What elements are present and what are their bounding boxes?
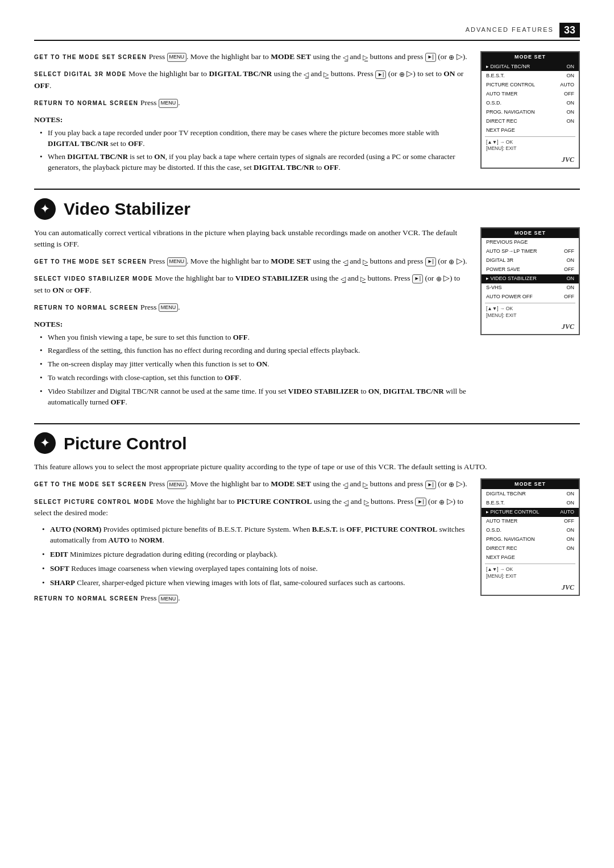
- vs-return-icon: MENU: [159, 303, 179, 312]
- vs-screen: MODE SET PREVIOUS PAGE AUTO SP→LP TIMER …: [480, 227, 580, 336]
- pc-get-mode-label: GET TO THE MODE SET SCREEN: [34, 481, 147, 487]
- picture-control-section-header: ✦ Picture Control: [34, 423, 580, 456]
- page-header: ADVANCED FEATURES 33: [34, 23, 580, 41]
- vs-footer-exit: [MENU]: EXIT: [486, 312, 574, 319]
- pc-intro: This feature allows you to select the mo…: [34, 461, 580, 473]
- select-digital-para: SELECT DIGITAL 3R MODE Move the highligh…: [34, 68, 470, 91]
- vs-right-icon: ▷̲: [363, 257, 368, 267]
- section-label: ADVANCED FEATURES: [466, 26, 554, 35]
- pc-footer-ok: [▲▼] → OK: [486, 566, 574, 573]
- pc-left-icon: ◁̲: [343, 479, 348, 490]
- vs-screen-brand: JVC: [482, 321, 579, 334]
- footer-ok: [▲▼] → OK: [486, 139, 574, 146]
- vs-note1: When you finish viewing a tape, be sure …: [40, 332, 470, 343]
- sel-nav: ⊕: [399, 69, 405, 80]
- vs-row-videostab: ▸ VIDEO STABILIZER ON: [482, 274, 579, 283]
- get-to-mode-para: GET TO THE MODE SET SCREEN Press MENU. M…: [34, 51, 470, 62]
- vs-nav-d: ▷).: [454, 257, 467, 265]
- pc-row-nextpage: NEXT PAGE: [482, 553, 579, 562]
- pc-modes-list: AUTO (NORM) Provides optimised picture b…: [34, 524, 470, 588]
- pc-return-period: .: [178, 594, 180, 602]
- star-icon-vs: ✦: [34, 198, 56, 220]
- pc-mode-edit: EDIT Minimizes picture degradation durin…: [42, 549, 470, 560]
- pc-text3: buttons and press: [368, 479, 425, 488]
- pc-or1: (or: [436, 479, 449, 488]
- video-stabilizer-content: You can automatically correct vertical v…: [34, 227, 580, 411]
- screen-brand-jvc: JVC: [482, 154, 579, 167]
- vs-and1: and: [348, 257, 363, 265]
- pc-screen: MODE SET DIGITAL TBC/NR ON B.E.S.T. ON ▸…: [480, 478, 580, 596]
- vs-menu-btn: MENU: [167, 257, 187, 266]
- select-text: Move the highlight bar to DIGITAL TBC/NR…: [128, 69, 304, 78]
- pc-return-text: Press: [140, 594, 159, 602]
- pc-sel-enter: ►|: [415, 498, 426, 507]
- vs-left-icon: ◁̲: [343, 257, 348, 267]
- vs-note3: The on-screen display may jitter vertica…: [40, 359, 470, 370]
- vs-or: (or: [436, 257, 449, 265]
- vs-screen-divider: [485, 303, 575, 303]
- select-label: SELECT DIGITAL 3R MODE: [34, 71, 127, 77]
- screen-row-autotimer: AUTO TIMER OFF: [482, 89, 579, 98]
- vs-row-prevpage: PREVIOUS PAGE: [482, 238, 579, 247]
- nav-icon: ⊕: [449, 52, 454, 62]
- vs-intro: You can automatically correct vertical v…: [34, 227, 470, 251]
- return-label: RETURN TO NORMAL SCREEN: [34, 100, 139, 106]
- note-item: If you play back a tape recorded under p…: [40, 128, 470, 149]
- pc-sel-right: ▷̲: [364, 497, 369, 507]
- vs-sel-text2: buttons. Press: [366, 274, 412, 282]
- vs-screen-title: MODE SET: [482, 228, 579, 238]
- pc-select-para: SELECT PICTURE CONTROL MODE Move the hig…: [34, 496, 470, 519]
- vs-sel-text: Move the highlight bar to VIDEO STABILIZ…: [155, 274, 340, 282]
- vs-note5: Video Stabilizer and Digital TBC/NR cann…: [40, 386, 470, 408]
- vs-get-mode-para: GET TO THE MODE SET SCREEN Press MENU. M…: [34, 256, 470, 267]
- screen-footer: [▲▼] → OK [MENU]: EXIT: [482, 138, 579, 155]
- pc-enter: ►|: [425, 481, 436, 490]
- vs-return-label: RETURN TO NORMAL SCREEN: [34, 304, 139, 311]
- screen-title: MODE SET: [482, 52, 579, 62]
- vs-select-label: SELECT VIDEO STABILIZER MODE: [34, 276, 153, 282]
- vs-row-autopoweroff: AUTO POWER OFF OFF: [482, 293, 579, 302]
- vs-return-text: Press: [140, 303, 159, 311]
- vs-notes-title: NOTES:: [34, 319, 470, 330]
- pc-d: ▷).: [454, 479, 467, 488]
- vs-get-mode-label: GET TO THE MODE SET SCREEN: [34, 258, 147, 265]
- return-menu-icon: MENU: [159, 99, 179, 108]
- pc-return-icon: MENU: [159, 595, 179, 604]
- or-text: (or: [436, 52, 449, 61]
- left-arrow-icon: ◁̲: [343, 52, 348, 62]
- vs-row-digital3r: DIGITAL 3R ON: [482, 256, 579, 265]
- vs-note2: Regardless of the setting, this function…: [40, 345, 470, 356]
- star-icon-pc: ✦: [34, 432, 56, 454]
- pc-screen-col: MODE SET DIGITAL TBC/NR ON B.E.S.T. ON ▸…: [480, 478, 580, 596]
- right-arrow-icon: ▷̲: [363, 52, 368, 62]
- vs-row-autosplp: AUTO SP→LP TIMER OFF: [482, 247, 579, 256]
- vs-get-text3: buttons and press: [368, 257, 425, 265]
- digital3r-main: GET TO THE MODE SET SCREEN Press MENU. M…: [34, 51, 470, 176]
- pc-sel-text2: buttons. Press: [369, 497, 416, 506]
- pc-row-best: B.E.S.T. ON: [482, 499, 579, 508]
- vs-row-svhs: S-VHS ON: [482, 283, 579, 293]
- vs-nav-icon: ⊕: [449, 257, 454, 267]
- pc-press: Press: [149, 479, 167, 488]
- vs-sel-or: (or: [423, 274, 436, 282]
- pc-sel-or: (or: [426, 497, 439, 506]
- return-period: .: [178, 98, 180, 107]
- menu-btn-icon: MENU: [167, 53, 187, 62]
- screen-row-prognav: PROG. NAVIGATION ON: [482, 107, 579, 116]
- get-mode-text3: buttons and press: [368, 52, 425, 61]
- pc-screen-footer: [▲▼] → OK [MENU]: EXIT: [482, 565, 579, 582]
- screen-row-directrec: DIRECT REC ON: [482, 116, 579, 126]
- get-mode-text: . Move the highlight bar to MODE SET usi…: [186, 52, 343, 61]
- footer-exit: [MENU]: EXIT: [486, 145, 574, 152]
- vs-note4: To watch recordings with close-caption, …: [40, 373, 470, 383]
- vs-return-period: .: [178, 303, 180, 311]
- digital3r-screen: MODE SET ▸ DIGITAL TBC/NR ON B.E.S.T. ON…: [480, 51, 580, 169]
- video-stabilizer-section-header: ✦ Video Stabilizer: [34, 189, 580, 222]
- vs-sel-right: ▷̲: [360, 274, 366, 284]
- pc-and1: and: [348, 479, 363, 488]
- sel-text2: buttons. Press: [329, 69, 375, 78]
- pc-row-autotimer: AUTO TIMER OFF: [482, 517, 579, 526]
- picture-control-content: This feature allows you to select the mo…: [34, 461, 580, 610]
- page-number: 33: [559, 23, 580, 37]
- sel-left-icon: ◁̲: [304, 69, 309, 80]
